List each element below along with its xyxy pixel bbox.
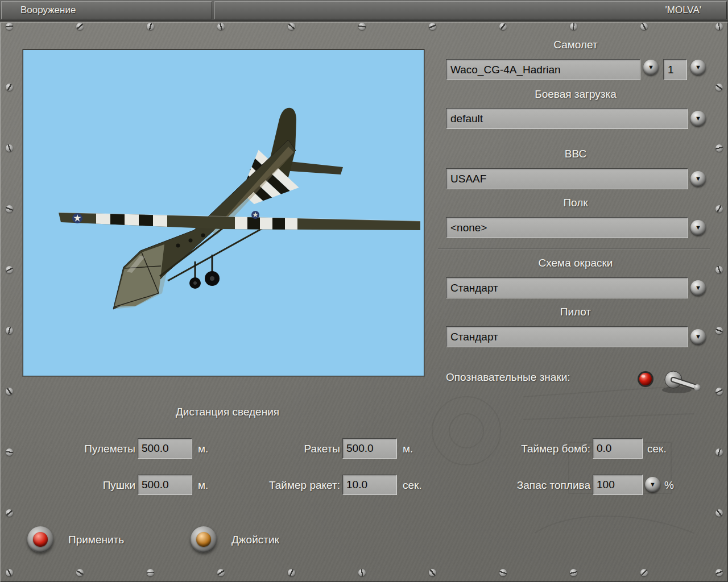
- fuel-unit-label: %: [664, 479, 674, 492]
- cannons-label: Пушки: [34, 479, 135, 492]
- fuel-label: Запас топлива: [491, 479, 590, 492]
- paint-scheme-label: Схема окраски: [446, 257, 705, 269]
- main-panel: Самолет Waco_CG-4A_Hadrian ▼ 1 ▼ Боевая …: [0, 22, 728, 582]
- markings-label: Опознавательные знаки:: [446, 371, 570, 384]
- cannons-convergence-input[interactable]: [138, 475, 192, 495]
- loadout-arrow-button[interactable]: ▼: [690, 111, 706, 126]
- apply-button-lamp-icon: [27, 526, 53, 552]
- rocket-timer-unit-label: сек.: [403, 479, 422, 492]
- pilot-select-value: Стандарт: [450, 331, 498, 343]
- dropdown-arrow-icon: ▼: [695, 285, 701, 291]
- fuel-input[interactable]: [593, 475, 643, 495]
- convergence-title: Дистанция сведения: [136, 406, 318, 418]
- cannons-unit-label: м.: [198, 479, 208, 492]
- rockets-label: Ракеты: [264, 443, 340, 455]
- joystick-button[interactable]: Джойстик: [188, 525, 296, 556]
- dropdown-arrow-icon: ▼: [695, 115, 701, 122]
- markings-toggle[interactable]: [636, 365, 708, 397]
- pilot-select[interactable]: Стандарт: [446, 326, 688, 347]
- rockets-convergence-input[interactable]: [342, 438, 397, 459]
- paint-scheme-select[interactable]: Стандарт: [446, 277, 688, 298]
- aircraft-count-value: 1: [668, 64, 674, 76]
- aircraft-select-arrow-button[interactable]: ▼: [643, 60, 659, 75]
- loadout-select-value: default: [450, 113, 483, 125]
- aircraft-label: Самолет: [446, 39, 705, 51]
- rocket-timer-input[interactable]: [342, 475, 397, 495]
- apply-button-label: Применить: [68, 534, 124, 546]
- pilot-arrow-button[interactable]: ▼: [690, 329, 706, 344]
- airforce-label: ВВС: [446, 148, 705, 160]
- dropdown-arrow-icon: ▼: [648, 64, 654, 70]
- joystick-button-label: Джойстик: [231, 534, 279, 546]
- tab-armament-label: Вооружение: [20, 5, 76, 15]
- divider: [438, 248, 710, 250]
- dropdown-arrow-icon: ▼: [695, 334, 701, 340]
- aircraft-image: [23, 50, 424, 376]
- airforce-arrow-button[interactable]: ▼: [690, 171, 706, 186]
- bomb-timer-unit-label: сек.: [647, 443, 667, 455]
- regiment-label: Полк: [446, 197, 705, 209]
- mission-title-tab: 'MOLVA': [214, 1, 727, 19]
- machineguns-convergence-input[interactable]: [138, 438, 192, 459]
- aircraft-count-arrow-button[interactable]: ▼: [690, 60, 706, 75]
- machineguns-unit-label: м.: [198, 443, 208, 455]
- joystick-button-lamp-icon: [191, 526, 217, 552]
- rocket-timer-label: Таймер ракет:: [241, 479, 340, 492]
- paint-scheme-select-value: Стандарт: [450, 282, 498, 294]
- loadout-select[interactable]: default: [446, 108, 688, 129]
- pilot-label: Пилот: [446, 306, 705, 318]
- airforce-select-value: USAAF: [450, 173, 486, 185]
- aircraft-select[interactable]: Waco_CG-4A_Hadrian: [446, 59, 640, 80]
- apply-button[interactable]: Применить: [25, 525, 139, 556]
- armament-screen: Вооружение 'MOLVA': [0, 0, 728, 582]
- aircraft-preview: [23, 49, 424, 376]
- airforce-select[interactable]: USAAF: [446, 168, 688, 189]
- tab-armament[interactable]: Вооружение: [1, 1, 212, 19]
- paint-scheme-arrow-button[interactable]: ▼: [690, 280, 706, 296]
- dropdown-arrow-icon: ▼: [650, 481, 656, 488]
- dropdown-arrow-icon: ▼: [695, 64, 701, 70]
- regiment-arrow-button[interactable]: ▼: [690, 220, 706, 235]
- aircraft-count-select[interactable]: 1: [663, 59, 687, 80]
- markings-toggle-switch-icon: [636, 365, 708, 397]
- bomb-timer-label: Таймер бомб:: [491, 443, 590, 455]
- loadout-label: Боевая загрузка: [446, 88, 705, 101]
- mission-title-label: 'MOLVA': [665, 5, 701, 15]
- regiment-select[interactable]: <none>: [446, 217, 688, 238]
- titlebar: Вооружение 'MOLVA': [0, 0, 728, 22]
- fuel-arrow-button[interactable]: ▼: [645, 477, 660, 492]
- bomb-timer-input[interactable]: [593, 438, 643, 459]
- machineguns-label: Пулеметы: [34, 443, 135, 455]
- regiment-select-value: <none>: [450, 222, 487, 234]
- rockets-unit-label: м.: [403, 443, 413, 455]
- dropdown-arrow-icon: ▼: [695, 225, 701, 231]
- aircraft-select-value: Waco_CG-4A_Hadrian: [450, 64, 561, 76]
- dropdown-arrow-icon: ▼: [695, 176, 701, 182]
